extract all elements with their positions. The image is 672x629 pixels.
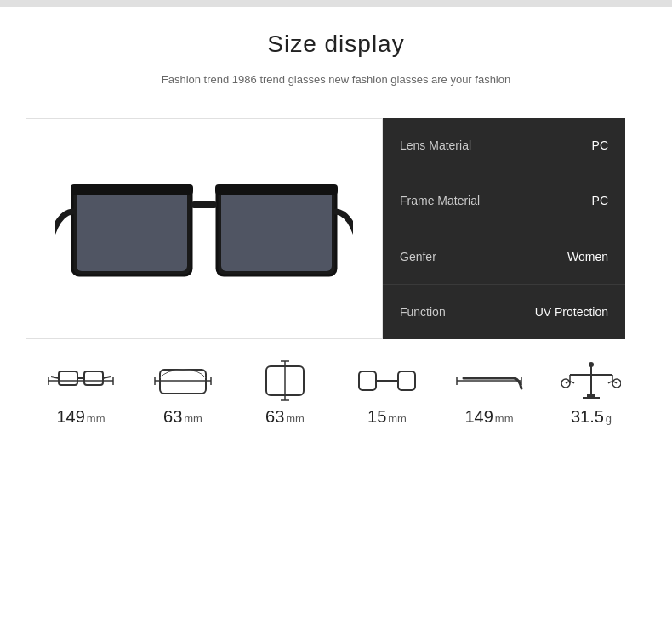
- measure-icon-5: [557, 360, 625, 402]
- measure-icon-0: [47, 360, 115, 402]
- measure-value-3: 15 mm: [367, 407, 407, 427]
- measure-number-2: 63: [265, 407, 284, 427]
- measure-number-5: 31.5: [571, 407, 604, 427]
- measure-unit-2: mm: [286, 412, 305, 425]
- info-label-1: Frame Material: [400, 194, 504, 207]
- measure-unit-3: mm: [388, 412, 407, 425]
- info-label-3: Function: [400, 305, 504, 319]
- measure-item-0: 149 mm: [34, 360, 128, 427]
- measure-value-4: 149 mm: [464, 407, 513, 427]
- svg-line-14: [103, 377, 111, 378]
- glasses-image-area: [26, 118, 383, 339]
- info-value-2: Women: [504, 250, 609, 264]
- svg-rect-5: [71, 184, 193, 195]
- measure-number-4: 149: [464, 407, 493, 427]
- info-value-3: UV Protection: [504, 305, 609, 319]
- info-label-2: Genfer: [400, 250, 504, 264]
- svg-rect-1: [77, 190, 187, 271]
- info-row-3: Function UV Protection: [383, 285, 625, 339]
- measure-item-5: 31.5 g: [544, 360, 638, 427]
- info-table: Lens Material PC Frame Material PC Genfe…: [383, 118, 625, 339]
- measure-number-0: 149: [56, 407, 84, 427]
- svg-rect-26: [359, 371, 376, 390]
- info-row-2: Genfer Women: [383, 230, 625, 285]
- info-row-0: Lens Material PC: [383, 118, 625, 173]
- info-label-0: Lens Material: [400, 139, 504, 152]
- info-row-1: Frame Material PC: [383, 173, 625, 229]
- glasses-svg: [55, 144, 353, 314]
- measure-icon-4: [455, 360, 523, 402]
- measure-icon-3: [353, 360, 421, 402]
- svg-rect-18: [160, 370, 206, 394]
- svg-rect-6: [215, 184, 338, 195]
- subtitle: Fashion trend 1986 trend glasses new fas…: [162, 73, 510, 86]
- measure-item-1: 63 mm: [136, 360, 230, 427]
- measure-icon-2: [251, 360, 319, 402]
- measure-unit-4: mm: [495, 412, 514, 425]
- measure-unit-5: g: [606, 412, 612, 425]
- svg-line-13: [51, 377, 59, 378]
- title-section: Size display Fashion trend 1986 trend gl…: [162, 31, 510, 103]
- page-title: Size display: [162, 31, 510, 58]
- svg-rect-4: [191, 201, 217, 208]
- measure-value-5: 31.5 g: [571, 407, 612, 427]
- measure-number-3: 15: [367, 407, 386, 427]
- measure-unit-0: mm: [87, 412, 105, 425]
- page: Size display Fashion trend 1986 trend gl…: [0, 0, 672, 629]
- measure-item-4: 149 mm: [442, 360, 536, 427]
- svg-rect-27: [398, 371, 415, 390]
- measure-unit-1: mm: [184, 412, 202, 425]
- measure-item-3: 15 mm: [340, 360, 434, 427]
- measure-number-1: 63: [163, 407, 182, 427]
- measure-value-2: 63 mm: [265, 407, 305, 427]
- measure-value-0: 149 mm: [56, 407, 105, 427]
- measurements-section: 149 mm 63 mm 63: [26, 360, 646, 427]
- measure-icon-1: [149, 360, 217, 402]
- measure-value-1: 63 mm: [163, 407, 202, 427]
- measure-item-2: 63 mm: [238, 360, 332, 427]
- info-value-0: PC: [504, 139, 609, 152]
- svg-rect-3: [221, 190, 332, 271]
- main-content: Lens Material PC Frame Material PC Genfe…: [26, 118, 646, 339]
- info-value-1: PC: [504, 194, 609, 207]
- top-bar: [0, 0, 672, 7]
- svg-rect-11: [84, 371, 103, 385]
- svg-rect-10: [59, 371, 77, 385]
- svg-point-41: [589, 362, 594, 367]
